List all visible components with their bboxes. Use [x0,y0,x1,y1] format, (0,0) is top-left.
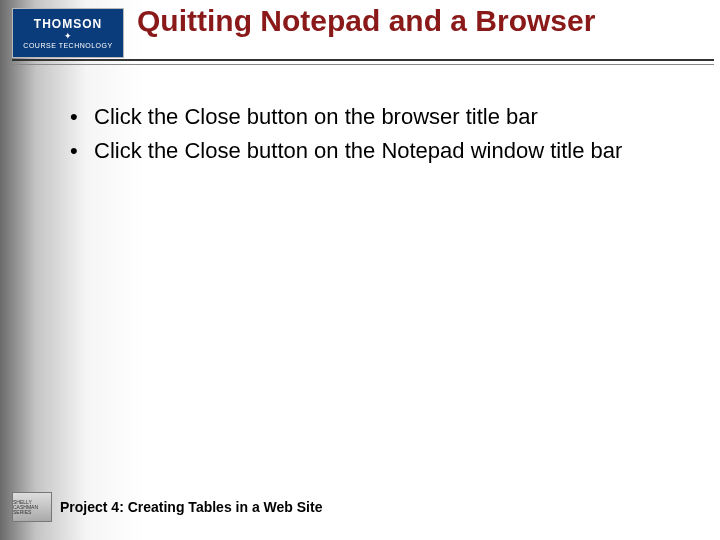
slide: THOMSON ✦ COURSE TECHNOLOGY Quitting Not… [0,0,720,540]
series-logo-text: SHELLY CASHMAN SERIES [13,500,51,515]
logo-star-icon: ✦ [64,32,73,41]
list-item: • Click the Close button on the Notepad … [70,136,680,166]
bullet-icon: • [70,136,94,166]
footer-text: Project 4: Creating Tables in a Web Site [60,499,322,515]
thomson-logo: THOMSON ✦ COURSE TECHNOLOGY [12,8,124,58]
footer: SHELLY CASHMAN SERIES Project 4: Creatin… [12,492,712,522]
slide-title: Quitting Notepad and a Browser [137,4,707,38]
series-logo: SHELLY CASHMAN SERIES [12,492,52,522]
divider-thick [12,59,714,61]
list-item: • Click the Close button on the browser … [70,102,680,132]
bullet-list: • Click the Close button on the browser … [70,102,680,171]
bullet-icon: • [70,102,94,132]
bullet-text: Click the Close button on the browser ti… [94,102,680,132]
logo-brand-bottom: COURSE TECHNOLOGY [23,42,112,49]
bullet-text: Click the Close button on the Notepad wi… [94,136,680,166]
divider-thin [12,64,714,65]
header: THOMSON ✦ COURSE TECHNOLOGY Quitting Not… [0,0,720,60]
logo-brand-top: THOMSON [34,17,102,31]
